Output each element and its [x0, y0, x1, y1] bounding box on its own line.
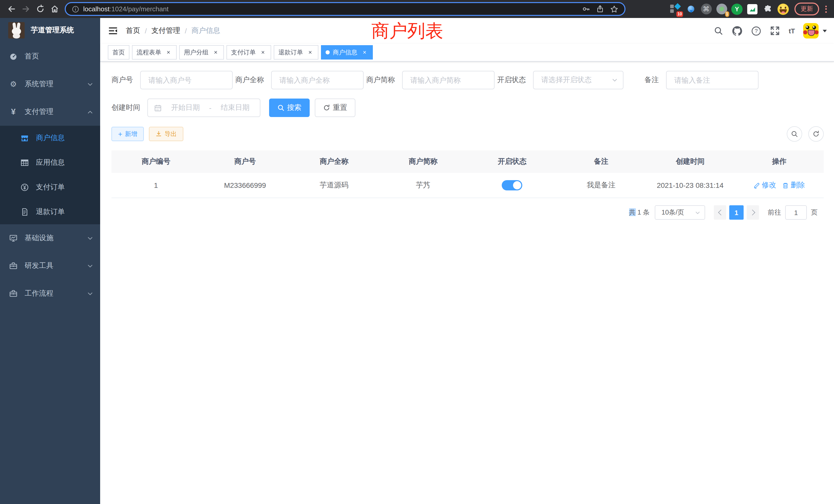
show-search-icon[interactable]: [787, 126, 802, 142]
tab-label: 首页: [112, 48, 125, 57]
bookmark-star-icon[interactable]: [610, 5, 618, 13]
tab-label: 支付订单: [231, 48, 256, 57]
merchant-short-input[interactable]: [402, 71, 495, 89]
extension-pin-icon[interactable]: [684, 3, 697, 15]
merchant-name-input[interactable]: [271, 71, 364, 89]
search-button[interactable]: 搜索: [269, 98, 310, 117]
goto-page-input[interactable]: [785, 205, 807, 220]
close-icon[interactable]: ×: [361, 49, 368, 56]
forward-icon[interactable]: [20, 3, 32, 15]
cell-actions: 修改 删除: [734, 181, 824, 190]
page-number-1[interactable]: 1: [729, 205, 744, 220]
app-window: 芋道管理系统 首页 ⚙ 系统管理 ¥ 支付: [0, 18, 834, 504]
site-info-icon[interactable]: [72, 5, 79, 13]
extension-chart-icon[interactable]: [746, 3, 759, 15]
table-row: 1 M233666999 芋道源码 芋艿 我是备注 2021-10-23 08:…: [111, 173, 824, 198]
close-icon[interactable]: ×: [212, 49, 219, 56]
browser-menu-icon[interactable]: [823, 4, 829, 14]
reload-icon[interactable]: [34, 3, 46, 15]
sidebar-item-pay-order[interactable]: 支付订单: [0, 175, 100, 200]
home-icon[interactable]: [48, 3, 61, 15]
app-logo[interactable]: 芋道管理系统: [0, 18, 100, 43]
close-icon[interactable]: ×: [307, 49, 314, 56]
date-range-separator: -: [206, 104, 214, 112]
page-size-select[interactable]: 10条/页: [655, 205, 705, 220]
tab-refund-order[interactable]: 退款订单 ×: [274, 45, 319, 60]
search-icon[interactable]: [714, 26, 723, 36]
sidebar-item-devtools[interactable]: 研发工具: [0, 252, 100, 280]
sidebar-item-system[interactable]: ⚙ 系统管理: [0, 70, 100, 98]
delete-link[interactable]: 删除: [783, 181, 805, 190]
tab-home[interactable]: 首页: [108, 45, 129, 60]
extension-grid-icon[interactable]: 10: [669, 3, 681, 15]
extension-icons: 10 ⌘ 1 Y: [666, 3, 829, 16]
tab-user-group[interactable]: 用户分组 ×: [179, 45, 224, 60]
tab-merchant-info[interactable]: 商户信息 ×: [321, 45, 373, 60]
back-icon[interactable]: [5, 3, 18, 15]
filter-label: 商户全称: [235, 75, 271, 85]
sidebar-item-workflow[interactable]: 工作流程: [0, 280, 100, 307]
url-text: localhost:1024/pay/merchant: [83, 5, 169, 13]
search-icon: [277, 104, 285, 111]
status-toggle[interactable]: [502, 180, 522, 190]
sidebar-item-app-info[interactable]: 应用信息: [0, 151, 100, 175]
profile-avatar-icon[interactable]: [777, 3, 789, 15]
share-icon[interactable]: [596, 5, 604, 13]
filter-label: 开启状态: [497, 75, 533, 85]
refresh-table-icon[interactable]: [808, 126, 824, 142]
toolbox-icon: [9, 262, 18, 270]
sidebar-pay-submenu: 商户信息 应用信息 支付订单: [0, 126, 100, 224]
filter-merchant-short: 商户简称: [366, 71, 495, 89]
column-header: 商户简称: [378, 157, 467, 166]
date-range-picker[interactable]: 开始日期 - 结束日期: [147, 98, 260, 117]
filter-label: 商户简称: [366, 75, 402, 85]
export-button[interactable]: 导出: [149, 127, 183, 141]
prev-page-button[interactable]: [714, 205, 726, 220]
sidebar-item-infra[interactable]: 基础设施: [0, 224, 100, 252]
add-button[interactable]: + 新增: [111, 127, 144, 141]
tab-pay-order[interactable]: 支付订单 ×: [226, 45, 271, 60]
user-avatar[interactable]: [803, 23, 818, 39]
status-select[interactable]: 请选择开启状态: [533, 71, 623, 89]
extension-recorder-icon[interactable]: 1: [716, 3, 728, 15]
sidebar-menu: 首页 ⚙ 系统管理 ¥ 支付管理: [0, 43, 100, 504]
avatar-mouth: [808, 30, 815, 36]
chevron-down-icon: [87, 235, 93, 241]
fullscreen-icon[interactable]: [770, 26, 779, 36]
tags-view-bar: 首页 流程表单 × 用户分组 × 支付订单 ×: [100, 44, 834, 62]
export-label: 导出: [164, 130, 177, 138]
reset-button[interactable]: 重置: [315, 98, 355, 117]
remark-input[interactable]: [666, 71, 759, 89]
close-icon[interactable]: ×: [259, 49, 266, 56]
edit-pencil-icon: [754, 182, 760, 189]
sidebar-item-home[interactable]: 首页: [0, 43, 100, 70]
extensions-puzzle-icon[interactable]: [762, 3, 774, 15]
svg-text:?: ?: [754, 28, 758, 34]
avatar-dropdown-caret-icon[interactable]: [823, 29, 827, 34]
help-icon[interactable]: ?: [751, 26, 761, 36]
table-grid-icon: [21, 159, 29, 167]
tab-process-form[interactable]: 流程表单 ×: [132, 45, 177, 60]
ext-square: [670, 4, 674, 8]
page-annotation: 商户列表: [371, 19, 443, 43]
extension-command-icon[interactable]: ⌘: [700, 3, 712, 15]
sidebar-item-refund-order[interactable]: 退款订单: [0, 200, 100, 224]
filter-row-1: 商户号 商户全称 商户简称 开启状态 请选择开启状态: [111, 71, 824, 89]
url-bar[interactable]: localhost:1024/pay/merchant: [65, 2, 626, 16]
next-page-button[interactable]: [747, 205, 759, 220]
breadcrumb-pay[interactable]: 支付管理: [152, 26, 180, 36]
sidebar-item-pay[interactable]: ¥ 支付管理: [0, 98, 100, 126]
sidebar-item-merchant-info[interactable]: 商户信息: [0, 126, 100, 151]
edit-link[interactable]: 修改: [754, 181, 776, 190]
goto-label: 前往: [768, 208, 781, 217]
breadcrumb-home[interactable]: 首页: [126, 26, 140, 36]
total-count: 1 条: [637, 208, 650, 216]
extension-y-icon[interactable]: Y: [731, 3, 743, 15]
password-key-icon[interactable]: [583, 5, 590, 13]
browser-update-button[interactable]: 更新: [794, 3, 819, 16]
merchant-no-input[interactable]: [140, 71, 233, 89]
github-icon[interactable]: [732, 26, 742, 36]
close-icon[interactable]: ×: [165, 49, 172, 56]
sidebar-collapse-icon[interactable]: [108, 26, 117, 36]
font-size-icon[interactable]: tT: [789, 27, 795, 35]
